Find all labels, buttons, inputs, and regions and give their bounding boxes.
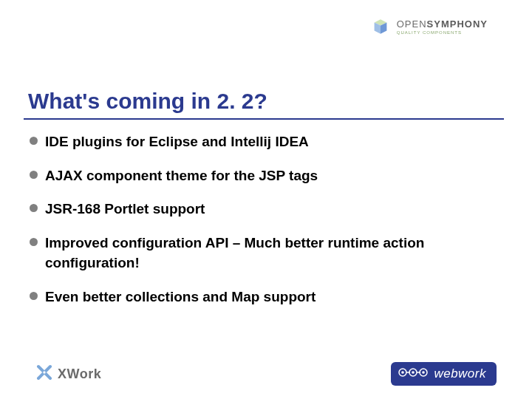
list-item: JSR-168 Portlet support [30, 199, 502, 219]
opensymphony-text: OPENSYMPHONY QUALITY COMPONENTS [397, 19, 488, 35]
brand-main-light: OPEN [397, 18, 427, 30]
bullet-list: IDE plugins for Eclipse and Intellij IDE… [30, 132, 502, 320]
list-item: Even better collections and Map support [30, 287, 502, 307]
svg-point-3 [43, 371, 46, 374]
webwork-text: webwork [434, 366, 486, 381]
list-item: Improved configuration API – Much better… [30, 233, 502, 273]
title-rule [24, 118, 504, 120]
bullet-text: IDE plugins for Eclipse and Intellij IDE… [45, 132, 309, 152]
webwork-icon [398, 366, 428, 381]
bullet-icon [30, 292, 38, 300]
bullet-icon [30, 137, 38, 145]
svg-point-8 [412, 371, 415, 374]
svg-point-11 [423, 371, 426, 374]
webwork-logo: webwork [391, 362, 497, 386]
list-item: AJAX component theme for the JSP tags [30, 166, 502, 186]
xwork-icon [35, 364, 53, 384]
bullet-icon [30, 204, 38, 212]
svg-point-5 [402, 371, 405, 374]
bullet-text: JSR-168 Portlet support [45, 199, 205, 219]
bullet-text: AJAX component theme for the JSP tags [45, 166, 318, 186]
opensymphony-logo: OPENSYMPHONY QUALITY COMPONENTS [370, 16, 488, 37]
bullet-text: Improved configuration API – Much better… [45, 233, 502, 273]
bullet-icon [30, 171, 38, 179]
brand-sub: QUALITY COMPONENTS [397, 30, 488, 35]
footer: XWork webwork [0, 362, 532, 386]
xwork-text: XWork [58, 366, 101, 382]
slide: OPENSYMPHONY QUALITY COMPONENTS What's c… [0, 0, 532, 399]
xwork-logo: XWork [35, 364, 101, 384]
bullet-text: Even better collections and Map support [45, 287, 316, 307]
slide-title: What's coming in 2. 2? [28, 89, 267, 114]
cube-icon [370, 16, 391, 37]
list-item: IDE plugins for Eclipse and Intellij IDE… [30, 132, 502, 152]
brand-main: OPENSYMPHONY [397, 19, 488, 29]
brand-main-bold: SYMPHONY [427, 18, 488, 30]
bullet-icon [30, 238, 38, 246]
